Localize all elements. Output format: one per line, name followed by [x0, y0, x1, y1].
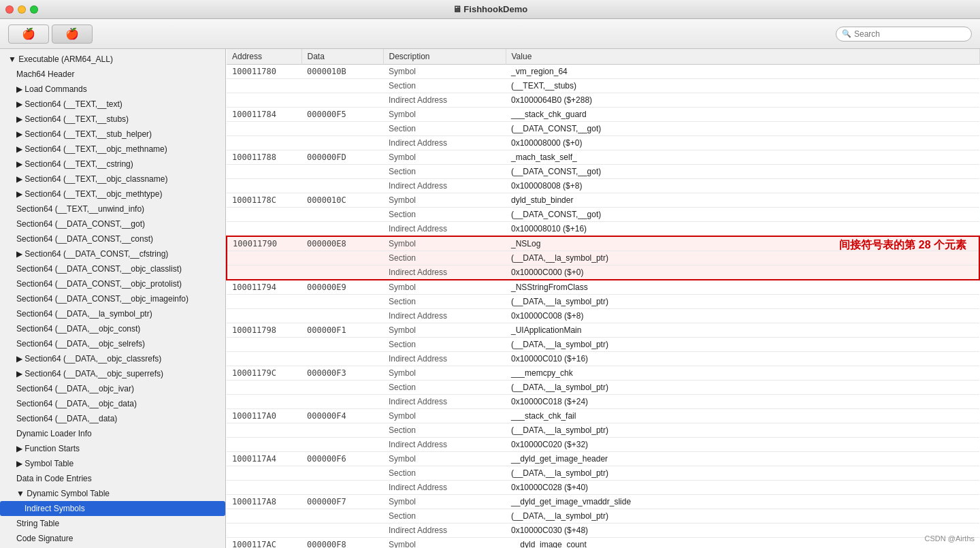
cell-description: Symbol: [383, 108, 506, 122]
table-header-row: Address Data Description Value: [227, 49, 979, 65]
sidebar-item-section64-objc-classrefs[interactable]: ▶ Section64 (__DATA,__objc_classrefs): [0, 351, 225, 366]
cell-data: [301, 265, 383, 280]
table-row: Indirect Address0x10000C028 ($+40): [227, 481, 979, 495]
table-row: Indirect Address0x100008010 ($+16): [227, 222, 979, 237]
sidebar-item-executable[interactable]: ▼ Executable (ARM64_ALL): [0, 52, 225, 67]
sidebar-item-data-in-code[interactable]: Data in Code Entries: [0, 471, 225, 486]
cell-data: 000000F4: [301, 409, 383, 423]
cell-data: [301, 309, 383, 323]
cell-value: 0x10000C020 ($+32): [506, 438, 979, 452]
sidebar-item-section64-text[interactable]: ▶ Section64 (__TEXT,__text): [0, 97, 225, 112]
table-row: Indirect Address0x1000064B0 ($+288): [227, 93, 979, 108]
cell-description: Indirect Address: [383, 265, 506, 280]
search-input[interactable]: [854, 29, 963, 39]
cell-value: (__DATA_CONST,__got): [506, 165, 979, 179]
table-row: Section(__DATA,__la_symbol_ptr): [227, 251, 979, 265]
table-row: Section(__DATA_CONST,__got): [227, 165, 979, 179]
sidebar-item-section64-data[interactable]: Section64 (__DATA,__data): [0, 411, 225, 426]
sidebar-item-section64-objc-classname[interactable]: ▶ Section64 (__TEXT,__objc_classname): [0, 172, 225, 187]
cell-value: ___memcpy_chk: [506, 366, 979, 381]
cell-data: [301, 395, 383, 409]
sidebar-item-section64-objc-methname[interactable]: ▶ Section64 (__TEXT,__objc_methname): [0, 142, 225, 157]
toolbar-btn-1[interactable]: 🍎: [8, 25, 49, 44]
cell-data: 000000F6: [301, 452, 383, 466]
cell-data: [301, 466, 383, 481]
table-row: Indirect Address0x100008008 ($+8): [227, 179, 979, 193]
table-row: 10001178C0000010CSymboldyld_stub_binder: [227, 193, 979, 208]
cell-value: (__DATA_CONST,__got): [506, 122, 979, 136]
close-button[interactable]: [5, 5, 14, 14]
sidebar-item-mach64-header[interactable]: Mach64 Header: [0, 67, 225, 82]
cell-value: dyld_stub_binder: [506, 193, 979, 208]
data-table: Address Data Description Value 100011780…: [226, 49, 980, 548]
maximize-button[interactable]: [30, 5, 38, 14]
cell-data: [301, 338, 383, 352]
cell-description: Section: [383, 423, 506, 438]
table-row: 10001179C000000F3Symbol___memcpy_chk: [227, 366, 979, 381]
sidebar-item-section64-objc-ivar[interactable]: Section64 (__DATA,__objc_ivar): [0, 381, 225, 396]
cell-address: [227, 208, 301, 222]
cell-value: ___stack_chk_guard: [506, 108, 979, 122]
cell-address: [227, 179, 301, 193]
traffic-lights: [5, 5, 38, 14]
minimize-button[interactable]: [18, 5, 26, 14]
cell-data: [301, 423, 383, 438]
sidebar-item-section64-objc-superrefs[interactable]: ▶ Section64 (__DATA,__objc_superrefs): [0, 366, 225, 381]
sidebar-item-section64-objc-const[interactable]: Section64 (__DATA,__objc_const): [0, 321, 225, 336]
cell-description: Symbol: [383, 409, 506, 423]
table-row: Section(__DATA_CONST,__got): [227, 122, 979, 136]
cell-description: Section: [383, 122, 506, 136]
cell-address: [227, 79, 301, 93]
cell-address: 10001178C: [227, 193, 301, 208]
table-row: Section(__DATA,__la_symbol_ptr): [227, 381, 979, 395]
cell-address: 1000117A4: [227, 452, 301, 466]
cell-data: [301, 208, 383, 222]
sidebar-item-code-signature[interactable]: Code Signature: [0, 531, 225, 546]
cell-value: (__DATA,__la_symbol_ptr): [506, 466, 979, 481]
sidebar-item-indirect-symbols[interactable]: Indirect Symbols: [0, 501, 225, 516]
sidebar-item-section64-stubs[interactable]: ▶ Section64 (__TEXT,__stubs): [0, 112, 225, 127]
cell-description: Section: [383, 338, 506, 352]
cell-address: [227, 466, 301, 481]
sidebar-item-dynamic-symbol-table[interactable]: ▼ Dynamic Symbol Table: [0, 486, 225, 501]
sidebar-item-section64-const[interactable]: Section64 (__DATA_CONST,__const): [0, 231, 225, 246]
cell-address: [227, 265, 301, 280]
sidebar-item-section64-stub-helper[interactable]: ▶ Section64 (__TEXT,__stub_helper): [0, 127, 225, 142]
sidebar-item-section64-got[interactable]: Section64 (__DATA_CONST,__got): [0, 216, 225, 231]
cell-value: (__DATA,__la_symbol_ptr): [506, 423, 979, 438]
cell-description: Indirect Address: [383, 222, 506, 237]
sidebar-item-section64-objc-protolist[interactable]: Section64 (__DATA_CONST,__objc_protolist…: [0, 276, 225, 291]
table-row: Section(__DATA,__la_symbol_ptr): [227, 338, 979, 352]
cell-value: _NSLog: [506, 236, 979, 251]
cell-value: (__DATA,__la_symbol_ptr): [506, 295, 979, 309]
cell-value: __dyld_get_image_header: [506, 452, 979, 466]
cell-description: Indirect Address: [383, 481, 506, 495]
sidebar-item-load-commands[interactable]: ▶ Load Commands: [0, 82, 225, 97]
cell-data: [301, 165, 383, 179]
toolbar-icon-1: 🍎: [22, 27, 35, 40]
sidebar-item-section64-objc-data[interactable]: Section64 (__DATA,__objc_data): [0, 396, 225, 411]
table-row: Section(__DATA,__la_symbol_ptr): [227, 466, 979, 481]
sidebar-item-section64-objc-classlist[interactable]: Section64 (__DATA_CONST,__objc_classlist…: [0, 261, 225, 276]
table-row: Section(__DATA_CONST,__got): [227, 208, 979, 222]
cell-value: 0x1000064B0 ($+288): [506, 93, 979, 108]
sidebar-item-section64-la-symbol-ptr[interactable]: Section64 (__DATA,__la_symbol_ptr): [0, 306, 225, 321]
sidebar-item-section64-objc-selrefs[interactable]: Section64 (__DATA,__objc_selrefs): [0, 336, 225, 351]
toolbar: 🍎 🍎 🔍: [0, 19, 980, 49]
toolbar-btn-2[interactable]: 🍎: [52, 25, 93, 44]
sidebar-item-section64-cstring[interactable]: ▶ Section64 (__TEXT,__cstring): [0, 157, 225, 172]
sidebar-item-function-starts[interactable]: ▶ Function Starts: [0, 441, 225, 456]
sidebar-item-section64-objc-imageinfo[interactable]: Section64 (__DATA_CONST,__objc_imageinfo…: [0, 291, 225, 306]
sidebar-item-section64-cfstring[interactable]: ▶ Section64 (__DATA_CONST,__cfstring): [0, 246, 225, 261]
cell-data: [301, 481, 383, 495]
search-box: 🔍: [836, 27, 972, 42]
toolbar-left: 🍎 🍎: [8, 25, 93, 44]
sidebar-item-symbol-table[interactable]: ▶ Symbol Table: [0, 456, 225, 471]
table-row: Indirect Address0x10000C030 ($+48): [227, 523, 979, 538]
content-wrapper: Address Data Description Value 100011780…: [226, 49, 980, 548]
sidebar-item-dynamic-loader-info[interactable]: Dynamic Loader Info: [0, 426, 225, 441]
sidebar-item-section64-unwind-info[interactable]: Section64 (__TEXT,__unwind_info): [0, 202, 225, 216]
sidebar-item-string-table[interactable]: String Table: [0, 516, 225, 531]
cell-value: 0x10000C008 ($+8): [506, 309, 979, 323]
sidebar-item-section64-objc-methtype[interactable]: ▶ Section64 (__TEXT,__objc_methtype): [0, 187, 225, 202]
